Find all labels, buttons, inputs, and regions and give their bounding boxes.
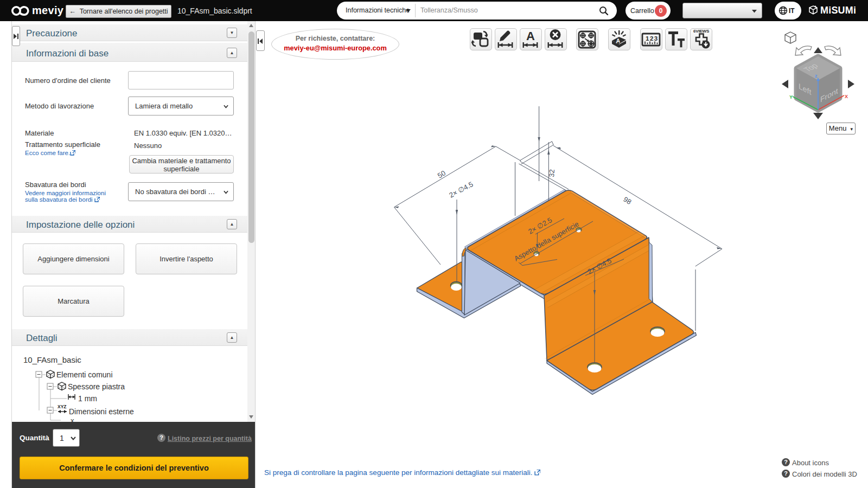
svg-text:Y: Y — [789, 94, 793, 100]
svg-text:50: 50 — [436, 169, 447, 179]
svg-text:z: z — [815, 73, 818, 79]
svg-text:32: 32 — [547, 169, 556, 177]
svg-text:98: 98 — [622, 195, 633, 206]
svg-text:2× ∅4.5: 2× ∅4.5 — [448, 180, 474, 200]
svg-text:XYZ: XYZ — [58, 404, 67, 409]
svg-text:X: X — [845, 94, 848, 99]
